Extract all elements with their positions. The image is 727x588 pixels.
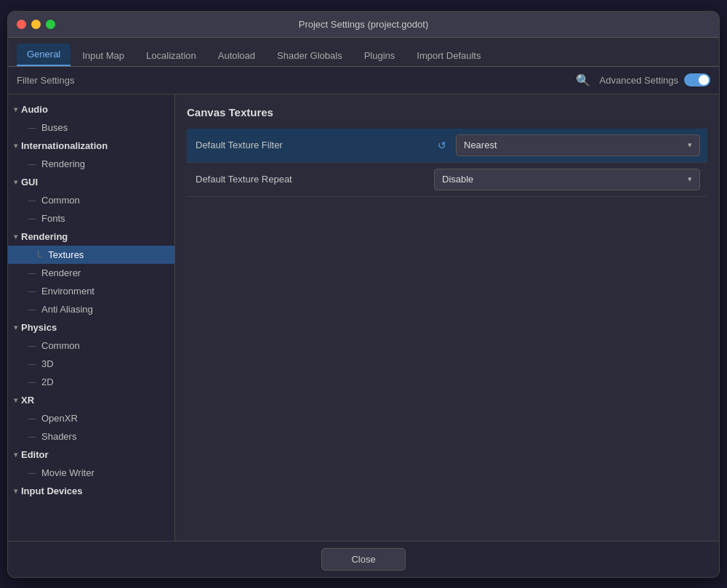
canvas-textures-title: Canvas Textures xyxy=(187,106,707,118)
setting-value-texture-repeat: Disable ▾ xyxy=(427,163,707,196)
window-title: Project Settings (project.godot) xyxy=(299,19,428,30)
sidebar-item-shaders[interactable]: Shaders xyxy=(8,427,174,446)
sidebar: ▾ Audio Buses ▾ Internationalization Ren… xyxy=(8,94,175,541)
tab-input-map[interactable]: Input Map xyxy=(72,45,134,66)
sidebar-section-input-devices-label: Input Devices xyxy=(21,486,83,496)
sidebar-section-gui[interactable]: ▾ GUI xyxy=(8,173,174,191)
sidebar-item-shaders-label: Shaders xyxy=(41,431,76,442)
advanced-settings-control: Advanced Settings xyxy=(600,73,710,86)
sidebar-section-gui-label: GUI xyxy=(21,177,38,188)
close-button[interactable]: Close xyxy=(321,548,405,571)
sidebar-section-input-devices[interactable]: ▾ Input Devices xyxy=(8,482,174,500)
texture-repeat-dropdown[interactable]: Disable ▾ xyxy=(434,169,700,190)
filterbar-right: 🔍 Advanced Settings xyxy=(574,71,710,89)
sidebar-item-physics-2d[interactable]: 2D xyxy=(8,373,174,391)
sidebar-item-fonts[interactable]: Fonts xyxy=(8,209,174,227)
chevron-intl-icon: ▾ xyxy=(14,142,17,150)
sidebar-section-intl-label: Internationalization xyxy=(21,140,108,151)
sidebar-item-renderer-label: Renderer xyxy=(41,267,81,278)
texture-repeat-value: Disable xyxy=(442,174,473,185)
titlebar: Project Settings (project.godot) xyxy=(8,12,719,38)
texture-repeat-dropdown-arrow-icon: ▾ xyxy=(688,174,692,184)
setting-row-texture-filter: Default Texture Filter ↺ Nearest ▾ xyxy=(187,129,707,163)
sidebar-item-rendering-intl-label: Rendering xyxy=(41,158,85,169)
sidebar-item-environment-label: Environment xyxy=(41,286,95,297)
chevron-gui-icon: ▾ xyxy=(14,178,17,186)
filter-settings-label: Filter Settings xyxy=(17,75,74,86)
right-panel: Canvas Textures Default Texture Filter ↺… xyxy=(175,94,719,541)
setting-row-texture-repeat: Default Texture Repeat Disable ▾ xyxy=(187,163,707,197)
sidebar-item-anti-aliasing[interactable]: Anti Aliasing xyxy=(8,300,174,318)
sidebar-section-audio[interactable]: ▾ Audio xyxy=(8,100,174,118)
close-dot[interactable] xyxy=(17,20,26,29)
project-settings-window: Project Settings (project.godot) General… xyxy=(7,11,720,578)
sidebar-section-rendering[interactable]: ▾ Rendering xyxy=(8,227,174,246)
filterbar: Filter Settings 🔍 Advanced Settings xyxy=(8,67,719,94)
tab-import-defaults[interactable]: Import Defaults xyxy=(406,45,491,66)
sidebar-item-physics-common[interactable]: Common xyxy=(8,337,174,355)
sidebar-item-physics-2d-label: 2D xyxy=(41,376,54,387)
tab-localization[interactable]: Localization xyxy=(136,45,206,66)
chevron-input-devices-icon: ▾ xyxy=(14,487,17,495)
tab-general[interactable]: General xyxy=(17,44,71,66)
sidebar-item-fonts-label: Fonts xyxy=(41,213,65,224)
sidebar-item-movie-writer-label: Movie Writer xyxy=(41,467,95,478)
sidebar-item-physics-3d-label: 3D xyxy=(41,358,54,369)
sidebar-item-physics-common-label: Common xyxy=(41,340,80,351)
sidebar-item-buses[interactable]: Buses xyxy=(8,118,174,137)
advanced-settings-toggle[interactable] xyxy=(684,73,710,86)
sidebar-section-editor[interactable]: ▾ Editor xyxy=(8,446,174,464)
tab-bar: General Input Map Localization Autoload … xyxy=(8,38,719,67)
sidebar-item-openxr-label: OpenXR xyxy=(41,413,78,424)
sidebar-item-renderer[interactable]: Renderer xyxy=(8,264,174,282)
chevron-xr-icon: ▾ xyxy=(14,396,17,404)
texture-filter-dropdown[interactable]: Nearest ▾ xyxy=(456,134,700,156)
sidebar-section-xr[interactable]: ▾ XR xyxy=(8,391,174,409)
sidebar-item-rendering-intl[interactable]: Rendering xyxy=(8,155,174,173)
maximize-dot[interactable] xyxy=(46,20,55,29)
tab-autoload[interactable]: Autoload xyxy=(208,45,265,66)
sidebar-item-gui-common[interactable]: Common xyxy=(8,191,174,209)
sidebar-item-buses-label: Buses xyxy=(41,122,68,133)
sidebar-item-movie-writer[interactable]: Movie Writer xyxy=(8,464,174,482)
advanced-settings-label: Advanced Settings xyxy=(600,75,678,86)
minimize-dot[interactable] xyxy=(31,20,41,29)
search-button[interactable]: 🔍 xyxy=(574,71,593,89)
sidebar-section-physics-label: Physics xyxy=(21,322,57,333)
chevron-audio-icon: ▾ xyxy=(14,105,17,113)
sidebar-section-xr-label: XR xyxy=(21,395,34,406)
window-controls xyxy=(17,20,55,29)
chevron-physics-icon: ▾ xyxy=(14,323,17,331)
texture-filter-value: Nearest xyxy=(464,140,497,150)
setting-value-texture-filter: ↺ Nearest ▾ xyxy=(427,129,707,162)
search-icon: 🔍 xyxy=(576,73,590,87)
setting-label-texture-repeat: Default Texture Repeat xyxy=(187,166,427,192)
setting-label-texture-filter: Default Texture Filter xyxy=(187,132,427,158)
tab-plugins[interactable]: Plugins xyxy=(354,45,406,66)
sidebar-item-openxr[interactable]: OpenXR xyxy=(8,409,174,427)
sidebar-section-audio-label: Audio xyxy=(21,104,48,115)
sidebar-item-gui-common-label: Common xyxy=(41,195,80,206)
sidebar-item-physics-3d[interactable]: 3D xyxy=(8,355,174,373)
sidebar-section-physics[interactable]: ▾ Physics xyxy=(8,318,174,337)
sidebar-item-environment[interactable]: Environment xyxy=(8,282,174,300)
sidebar-item-anti-aliasing-label: Anti Aliasing xyxy=(41,304,93,315)
bottombar: Close xyxy=(8,541,719,577)
chevron-rendering-icon: ▾ xyxy=(14,233,17,241)
main-content: ▾ Audio Buses ▾ Internationalization Ren… xyxy=(8,94,719,541)
sidebar-item-textures-label: Textures xyxy=(48,249,84,260)
sidebar-section-rendering-label: Rendering xyxy=(21,231,68,242)
sidebar-item-textures[interactable]: Textures xyxy=(8,246,174,264)
sidebar-section-editor-label: Editor xyxy=(21,449,49,460)
reset-texture-filter-button[interactable]: ↺ xyxy=(434,137,450,153)
chevron-editor-icon: ▾ xyxy=(14,451,17,459)
tab-shader-globals[interactable]: Shader Globals xyxy=(267,45,353,66)
sidebar-section-internationalization[interactable]: ▾ Internationalization xyxy=(8,137,174,155)
texture-filter-dropdown-arrow-icon: ▾ xyxy=(688,140,692,150)
